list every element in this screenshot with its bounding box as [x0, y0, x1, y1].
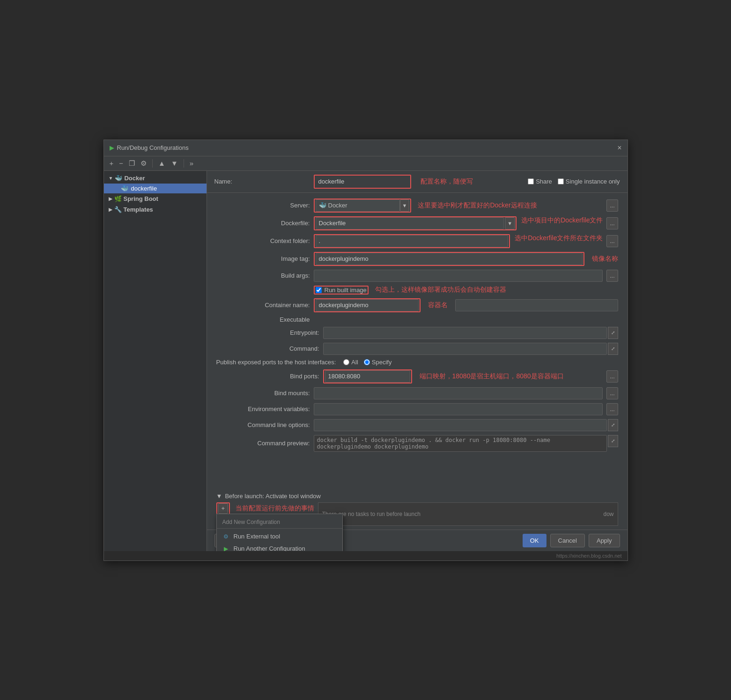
- bind-ports-dots-button[interactable]: ...: [606, 370, 618, 383]
- dropdown-title: Add New Configuration: [217, 516, 342, 529]
- entrypoint-input[interactable]: [323, 327, 607, 339]
- env-vars-input[interactable]: [314, 403, 603, 415]
- build-args-dots-button[interactable]: ...: [606, 270, 618, 282]
- cmd-opts-expand-btn[interactable]: ⤢: [608, 419, 618, 431]
- status-bar: https://xinchen.blog.csdn.net: [104, 551, 628, 560]
- dockerfile-dropdown-arrow[interactable]: ▼: [505, 217, 515, 229]
- title-bar-left: ▶ Run/Debug Configurations: [110, 144, 189, 151]
- settings-button[interactable]: ⚙: [139, 158, 148, 169]
- springboot-expand-icon: ▶: [109, 196, 112, 201]
- build-args-input[interactable]: [314, 270, 603, 282]
- entrypoint-expand-btn[interactable]: ⤢: [608, 327, 618, 339]
- server-dropdown-arrow[interactable]: ▼: [400, 199, 410, 212]
- sidebar: ▼ 🐳 Docker 🐳 dockerfile ▶ 🌿 Spring Boot …: [104, 171, 207, 551]
- apply-button[interactable]: Apply: [589, 534, 620, 547]
- publish-ports-row: Publish exposed ports to the host interf…: [216, 359, 618, 366]
- server-annotation-box: 🐳 Docker ▼: [314, 199, 412, 213]
- add-task-container: + 当前配置运行前先做的事情 Add New Configuration ⚙ R…: [216, 502, 314, 515]
- specify-radio[interactable]: [364, 359, 370, 365]
- docker-icon: 🐳: [115, 175, 122, 182]
- container-name-label: Container name:: [216, 302, 310, 309]
- move-down-button[interactable]: ▼: [169, 158, 180, 168]
- dropdown-item-run-external-tool[interactable]: ⚙ Run External tool: [217, 531, 342, 543]
- main-area: ▼ 🐳 Docker 🐳 dockerfile ▶ 🌿 Spring Boot …: [104, 171, 628, 551]
- sidebar-templates-label: Templates: [124, 206, 153, 213]
- remove-config-button[interactable]: −: [117, 158, 125, 168]
- dockerfile-annotation-box: ▼: [314, 216, 517, 230]
- cmd-preview-expand-btn[interactable]: ⤢: [608, 435, 618, 447]
- dockerfile-input[interactable]: [316, 217, 504, 229]
- command-input[interactable]: [323, 343, 607, 355]
- image-tag-input[interactable]: [316, 253, 583, 265]
- container-name-extra-input[interactable]: [455, 299, 618, 311]
- run-debug-config-dialog: ▶ Run/Debug Configurations × + − ❐ ⚙ ▲ ▼…: [103, 140, 628, 561]
- dockerfile-label: Dockerfile:: [216, 220, 310, 227]
- server-dots-button[interactable]: ...: [606, 199, 618, 212]
- image-tag-label: Image tag:: [216, 255, 310, 262]
- before-launch-title: Before launch: Activate tool window: [225, 493, 321, 500]
- command-label: Command:: [226, 345, 319, 352]
- toolbar-sep-2: [184, 159, 184, 168]
- copy-config-button[interactable]: ❐: [127, 158, 137, 169]
- more-button[interactable]: »: [188, 158, 195, 168]
- move-up-button[interactable]: ▲: [156, 158, 167, 168]
- share-checkbox[interactable]: [528, 178, 534, 184]
- all-radio-label[interactable]: All: [343, 359, 358, 366]
- command-expand-btn[interactable]: ⤢: [608, 343, 618, 355]
- single-instance-checkbox[interactable]: [558, 178, 564, 184]
- sidebar-group-docker[interactable]: ▼ 🐳 Docker: [104, 173, 207, 184]
- dropdown-item-run-another-config[interactable]: ▶ Run Another Configuration: [217, 543, 342, 551]
- run-built-image-row: Run built image 勾选上，这样镜像部署成功后会自动创建容器: [314, 286, 618, 295]
- context-label: Context folder:: [216, 237, 310, 244]
- container-name-annotation-box: [314, 298, 421, 312]
- title-text: Run/Debug Configurations: [117, 144, 189, 151]
- bind-mounts-dots-button[interactable]: ...: [606, 387, 618, 399]
- add-config-button[interactable]: +: [108, 158, 116, 168]
- bind-ports-input[interactable]: [325, 370, 410, 383]
- server-dropdown[interactable]: 🐳 Docker: [316, 199, 400, 212]
- all-radio[interactable]: [343, 359, 349, 365]
- context-annotation-text: 选中Dockerfile文件所在文件夹: [515, 234, 603, 248]
- docker-expand-icon: ▼: [109, 176, 113, 181]
- run-another-config-icon: ▶: [222, 545, 230, 551]
- add-task-button[interactable]: +: [218, 503, 229, 514]
- sidebar-group-templates[interactable]: ▶ 🔧 Templates: [104, 204, 207, 215]
- container-name-input[interactable]: [316, 299, 419, 311]
- name-input[interactable]: [316, 176, 409, 188]
- build-args-row: Build args: ...: [216, 270, 618, 282]
- add-task-annotation-box: +: [216, 502, 230, 515]
- context-dots-button[interactable]: ...: [606, 235, 618, 247]
- share-checkbox-label[interactable]: Share: [528, 178, 552, 185]
- bind-ports-annotation-box: [323, 369, 412, 383]
- all-label: All: [351, 359, 358, 366]
- single-instance-label[interactable]: Single instance only: [558, 178, 620, 185]
- cancel-button[interactable]: Cancel: [550, 534, 585, 547]
- sidebar-group-springboot[interactable]: ▶ 🌿 Spring Boot: [104, 193, 207, 204]
- env-vars-dots-button[interactable]: ...: [606, 403, 618, 415]
- status-url: https://xinchen.blog.csdn.net: [556, 553, 621, 559]
- ok-button[interactable]: OK: [523, 534, 546, 547]
- bind-ports-label: Bind ports:: [226, 373, 319, 380]
- add-task-dropdown: Add New Configuration ⚙ Run External too…: [216, 514, 343, 551]
- templates-icon: 🔧: [114, 206, 122, 213]
- dockerfile-dots-button[interactable]: ...: [606, 217, 618, 229]
- close-button[interactable]: ×: [617, 144, 621, 152]
- sidebar-springboot-label: Spring Boot: [124, 195, 158, 202]
- env-vars-label: Environment variables:: [216, 405, 310, 413]
- sidebar-item-dockerfile[interactable]: 🐳 dockerfile: [104, 184, 207, 193]
- cmd-preview-row: Command preview: docker build -t dockerp…: [216, 435, 618, 452]
- before-launch-toolbar: + 当前配置运行前先做的事情 Add New Configuration ⚙ R…: [216, 502, 314, 515]
- bind-mounts-input[interactable]: [314, 387, 603, 399]
- cmd-preview-input-group: docker build -t dockerplugindemo . && do…: [314, 435, 618, 452]
- run-built-annotation-box: Run built image: [314, 286, 369, 295]
- run-built-label: Run built image: [325, 287, 367, 294]
- entrypoint-row: Entrypoint: ⤢: [216, 327, 618, 339]
- server-label: Server:: [216, 202, 310, 209]
- single-instance-text: Single instance only: [566, 178, 620, 185]
- specify-radio-label[interactable]: Specify: [364, 359, 392, 366]
- run-built-checkbox[interactable]: [316, 287, 322, 293]
- run-built-annotation-text: 勾选上，这样镜像部署成功后会自动创建容器: [375, 286, 506, 294]
- cmd-preview-value: docker build -t dockerplugindemo . && do…: [314, 435, 607, 452]
- context-input[interactable]: [316, 235, 509, 247]
- cmd-opts-input[interactable]: [314, 419, 607, 431]
